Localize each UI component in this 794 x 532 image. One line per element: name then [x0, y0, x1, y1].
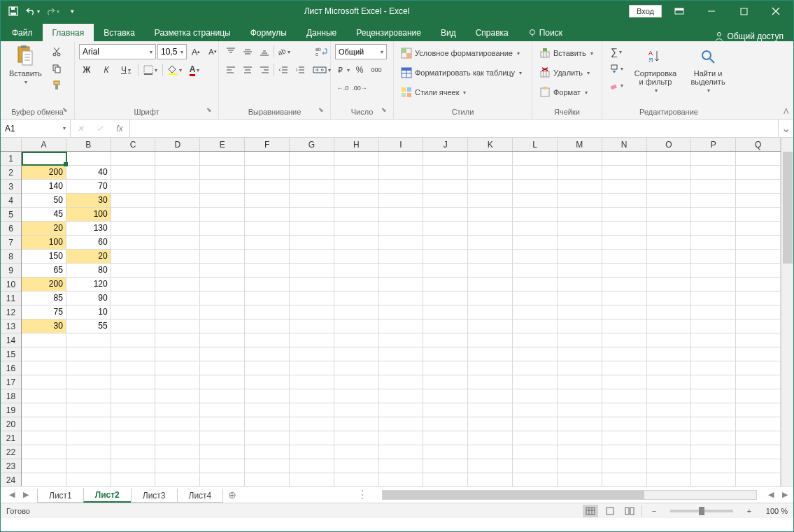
cell[interactable]	[111, 417, 156, 431]
cell[interactable]	[245, 278, 290, 292]
select-all-corner[interactable]	[1, 138, 22, 152]
cell[interactable]: 140	[22, 180, 66, 194]
zoom-slider-thumb[interactable]	[699, 507, 704, 515]
cell[interactable]	[379, 389, 424, 403]
tab-data[interactable]: Данные	[297, 24, 346, 41]
cell[interactable]	[468, 180, 513, 194]
tab-search[interactable]: Поиск	[518, 24, 572, 41]
cell[interactable]	[155, 194, 200, 208]
cell[interactable]	[468, 194, 513, 208]
cell[interactable]	[468, 278, 513, 292]
cell[interactable]	[290, 305, 334, 319]
cell[interactable]	[602, 222, 647, 236]
find-select-button[interactable]: Найти и выделить▾	[685, 44, 731, 95]
cell[interactable]	[290, 375, 334, 389]
cell[interactable]	[423, 180, 468, 194]
cell[interactable]	[647, 305, 692, 319]
cell[interactable]	[558, 236, 602, 250]
cell[interactable]	[379, 222, 424, 236]
cell[interactable]	[691, 208, 736, 222]
cell[interactable]	[290, 333, 334, 347]
cell[interactable]	[647, 459, 692, 473]
cell[interactable]	[558, 389, 602, 403]
sheet-tab[interactable]: Лист1	[37, 489, 84, 503]
page-layout-view-icon[interactable]	[602, 505, 618, 517]
cell[interactable]	[245, 194, 290, 208]
cell[interactable]	[602, 333, 647, 347]
cell[interactable]	[379, 250, 424, 264]
cell[interactable]	[468, 431, 513, 445]
cell[interactable]	[22, 152, 66, 166]
sort-filter-button[interactable]: АЯ Сортировка и фильтр▾	[629, 44, 682, 95]
insert-cells-button[interactable]: Вставить▾	[537, 44, 596, 62]
cell[interactable]	[647, 375, 692, 389]
cell[interactable]	[468, 236, 513, 250]
row-headers[interactable]: 123456789101112131415161718192021222324	[1, 152, 22, 486]
cell[interactable]	[602, 459, 647, 473]
cell[interactable]	[111, 389, 156, 403]
cell[interactable]	[558, 417, 602, 431]
cell[interactable]	[513, 264, 558, 278]
cell[interactable]	[22, 361, 66, 375]
cell[interactable]	[22, 375, 66, 389]
cell[interactable]	[423, 403, 468, 417]
cell[interactable]	[379, 180, 424, 194]
cell[interactable]	[691, 319, 736, 333]
cell[interactable]	[602, 250, 647, 264]
cell[interactable]	[602, 389, 647, 403]
maximize-icon[interactable]	[729, 1, 758, 21]
cell[interactable]	[468, 473, 513, 486]
cell[interactable]	[513, 431, 558, 445]
row-header[interactable]: 23	[1, 459, 21, 473]
cell[interactable]	[423, 445, 468, 459]
cell[interactable]	[736, 319, 781, 333]
cell[interactable]	[602, 166, 647, 180]
cell[interactable]	[290, 292, 334, 305]
cell[interactable]	[691, 152, 736, 166]
cell[interactable]	[66, 403, 111, 417]
cell[interactable]	[290, 180, 334, 194]
cell[interactable]	[558, 278, 602, 292]
cell[interactable]	[513, 361, 558, 375]
ribbon-options-icon[interactable]	[665, 1, 694, 21]
cell[interactable]	[602, 264, 647, 278]
cell[interactable]	[602, 403, 647, 417]
cell[interactable]	[111, 473, 156, 486]
cell[interactable]	[423, 361, 468, 375]
tab-home[interactable]: Главная	[43, 24, 94, 41]
cell[interactable]	[334, 361, 379, 375]
cell[interactable]	[245, 361, 290, 375]
cell[interactable]	[111, 166, 156, 180]
cell[interactable]	[558, 292, 602, 305]
column-header[interactable]: C	[111, 138, 156, 151]
cell[interactable]	[736, 459, 781, 473]
cell[interactable]	[423, 236, 468, 250]
merge-icon[interactable]: ▾	[312, 62, 332, 78]
cell[interactable]	[602, 375, 647, 389]
close-icon[interactable]	[761, 1, 791, 21]
cell[interactable]	[111, 375, 156, 389]
orientation-icon[interactable]: ab▾	[276, 44, 291, 59]
cell[interactable]	[736, 333, 781, 347]
cell[interactable]	[200, 389, 245, 403]
cut-icon[interactable]	[49, 44, 64, 59]
decrease-indent-icon[interactable]	[276, 62, 291, 78]
cell[interactable]	[513, 403, 558, 417]
align-left-icon[interactable]	[223, 62, 239, 78]
cell[interactable]: 65	[22, 264, 66, 278]
cell[interactable]	[155, 236, 200, 250]
fill-color-icon[interactable]: ▾	[167, 62, 183, 78]
cell[interactable]	[423, 389, 468, 403]
cell[interactable]	[379, 333, 424, 347]
cell[interactable]	[647, 194, 692, 208]
cell[interactable]	[468, 459, 513, 473]
cell[interactable]	[22, 403, 66, 417]
tab-review[interactable]: Рецензирование	[346, 24, 431, 41]
cell[interactable]	[245, 431, 290, 445]
cell[interactable]	[22, 417, 66, 431]
cell[interactable]	[513, 250, 558, 264]
cell[interactable]	[423, 473, 468, 486]
cell[interactable]	[736, 208, 781, 222]
format-as-table-button[interactable]: Форматировать как таблицу▾	[398, 64, 525, 82]
cell[interactable]	[513, 152, 558, 166]
